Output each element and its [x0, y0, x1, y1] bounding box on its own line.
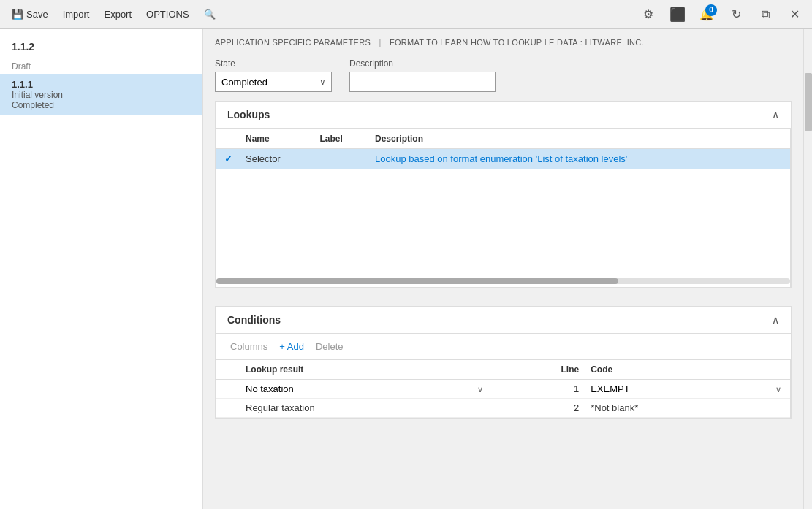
notification-badge: 0: [705, 4, 717, 16]
conditions-section-header[interactable]: Conditions ∧: [216, 307, 791, 334]
table-row[interactable]: No taxation 1 EXEMPT: [216, 380, 790, 399]
content-area: APPLICATION SPECIFIC PARAMETERS | FORMAT…: [203, 29, 803, 509]
sidebar-draft-label: Draft: [0, 58, 202, 74]
conditions-collapse-icon: ∧: [772, 314, 779, 326]
sidebar-item-version-number: 1.1.1: [12, 79, 191, 90]
right-scrollbar[interactable]: [803, 29, 812, 509]
lookup-row-label: [314, 149, 369, 169]
settings-icon-button[interactable]: ⚙: [637, 3, 660, 26]
lookups-section-wrapper: Lookups ∧ Name Label Description: [203, 101, 803, 306]
breadcrumb: APPLICATION SPECIFIC PARAMETERS | FORMAT…: [203, 29, 803, 53]
condition-row2-code: *Not blank*: [585, 399, 790, 418]
search-button[interactable]: 🔍: [198, 6, 221, 23]
condition-row1-line: 1: [492, 380, 585, 399]
sidebar: 1.1.2 Draft 1.1.1 Initial version Comple…: [0, 29, 203, 509]
lookups-collapse-icon: ∧: [772, 109, 779, 120]
conditions-col-code: Code: [585, 360, 790, 380]
office-icon-button[interactable]: ⬛: [666, 3, 689, 26]
sidebar-top-version: 1.1.2: [0, 35, 202, 58]
office-icon: ⬛: [669, 7, 686, 23]
conditions-section-wrapper: Conditions ∧ Columns + Add Delete Lookup…: [203, 306, 803, 437]
conditions-section: Conditions ∧ Columns + Add Delete Lookup…: [215, 306, 792, 419]
lookups-table: Name Label Description ✓: [216, 129, 790, 169]
close-icon: ✕: [790, 7, 800, 21]
description-field-group: Description: [349, 58, 496, 92]
save-button[interactable]: 💾 Save: [6, 6, 54, 23]
condition-row2-line: 2: [492, 399, 585, 418]
lookups-scroll-area[interactable]: Name Label Description ✓: [216, 129, 790, 275]
lookups-table-body: ✓ Selector Lookup based on format enumer…: [216, 149, 790, 169]
conditions-header-row: Lookup result Line Code: [216, 360, 790, 380]
popout-icon: ⧉: [762, 8, 770, 21]
delete-button[interactable]: Delete: [313, 340, 346, 353]
lookups-col-check: [216, 129, 240, 149]
condition-row1-check: [216, 380, 240, 399]
search-icon: 🔍: [204, 9, 216, 20]
notifications-icon-button[interactable]: 🔔 0: [695, 3, 718, 26]
sidebar-item-description: Initial version: [12, 90, 191, 100]
lookup-row-description: Lookup based on format enumeration 'List…: [369, 149, 790, 169]
sidebar-item-version[interactable]: 1.1.1 Initial version Completed: [0, 74, 202, 115]
state-field-group: State Draft Completed Shared: [215, 58, 332, 92]
state-select[interactable]: Draft Completed Shared: [215, 72, 332, 92]
lookup-scrollbar-thumb: [216, 278, 618, 284]
export-button[interactable]: Export: [98, 6, 137, 23]
lookups-section: Lookups ∧ Name Label Description: [215, 101, 792, 288]
toolbar: 💾 Save Import Export OPTIONS 🔍 ⚙ ⬛ 🔔 0 ↻…: [0, 0, 812, 29]
lookups-section-header[interactable]: Lookups ∧: [216, 102, 791, 129]
state-description-row: State Draft Completed Shared Description: [203, 53, 803, 101]
lookups-header-row: Name Label Description: [216, 129, 790, 149]
lookup-description-text: Lookup based on format enumeration 'List…: [375, 153, 627, 164]
state-select-wrapper: Draft Completed Shared: [215, 72, 332, 92]
table-row[interactable]: Regular taxation 2 *Not blank*: [216, 399, 790, 418]
lookups-table-header: Name Label Description: [216, 129, 790, 149]
breadcrumb-part1: APPLICATION SPECIFIC PARAMETERS: [215, 38, 371, 47]
lookup-scrollbar-track[interactable]: [216, 278, 790, 284]
conditions-table-body: No taxation 1 EXEMPT: [216, 380, 790, 418]
lookups-col-description: Description: [369, 129, 790, 149]
toolbar-right-icons: ⚙ ⬛ 🔔 0 ↻ ⧉ ✕: [637, 3, 806, 26]
lookups-section-title: Lookups: [227, 109, 270, 120]
lookup-row-check: ✓: [216, 149, 240, 169]
sidebar-item-status: Completed: [12, 100, 191, 110]
main-layout: 1.1.2 Draft 1.1.1 Initial version Comple…: [0, 29, 812, 509]
conditions-table-container: Lookup result Line Code: [216, 359, 791, 418]
scrollbar-thumb: [805, 73, 812, 131]
breadcrumb-part2: FORMAT TO LEARN HOW TO LOOKUP LE DATA : …: [390, 38, 644, 47]
condition-row1-lookup-select[interactable]: No taxation: [246, 383, 486, 394]
breadcrumb-separator: |: [379, 38, 381, 47]
settings-icon: ⚙: [643, 7, 653, 21]
lookups-col-name: Name: [240, 129, 314, 149]
refresh-icon: ↻: [732, 7, 741, 21]
conditions-table-header: Lookup result Line Code: [216, 360, 790, 380]
description-label: Description: [349, 58, 496, 69]
condition-row1-code: EXEMPT: [585, 380, 790, 399]
conditions-col-check: [216, 360, 240, 380]
checkmark-icon: ✓: [224, 153, 232, 164]
import-button[interactable]: Import: [57, 6, 96, 23]
lookup-row-name: Selector: [240, 149, 314, 169]
popout-icon-button[interactable]: ⧉: [754, 3, 777, 26]
condition-row2-check: [216, 399, 240, 418]
condition-row1-code-wrapper: EXEMPT: [591, 383, 784, 394]
lookups-col-label: Label: [314, 129, 369, 149]
conditions-section-title: Conditions: [227, 314, 281, 326]
description-input[interactable]: [349, 72, 496, 92]
conditions-col-lookup-result: Lookup result: [240, 360, 492, 380]
save-icon: 💾: [12, 9, 23, 20]
conditions-col-line: Line: [492, 360, 585, 380]
conditions-toolbar: Columns + Add Delete: [216, 334, 791, 359]
table-row[interactable]: ✓ Selector Lookup based on format enumer…: [216, 149, 790, 169]
refresh-icon-button[interactable]: ↻: [724, 3, 748, 26]
conditions-table: Lookup result Line Code: [216, 360, 790, 418]
options-button[interactable]: OPTIONS: [140, 6, 195, 23]
columns-button[interactable]: Columns: [227, 340, 270, 353]
condition-row2-lookup: Regular taxation: [240, 399, 492, 418]
add-button[interactable]: + Add: [276, 340, 307, 353]
close-icon-button[interactable]: ✕: [783, 3, 806, 26]
state-label: State: [215, 58, 332, 69]
condition-row1-lookup-wrapper: No taxation: [246, 383, 486, 394]
condition-row1-lookup: No taxation: [240, 380, 492, 399]
condition-row1-code-select[interactable]: EXEMPT: [591, 383, 784, 394]
lookups-table-container: Name Label Description ✓: [216, 129, 791, 288]
